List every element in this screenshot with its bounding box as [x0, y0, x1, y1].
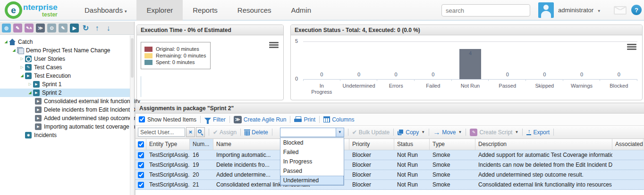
tree-item-incidents[interactable]: Incidents	[0, 131, 134, 139]
tree-item-catch[interactable]: ◢Catch	[0, 38, 134, 46]
status-dropdown-list: BlockedFailedIn ProgressPassedUndetermin…	[280, 138, 344, 186]
search-input[interactable]	[441, 4, 530, 16]
mail-icon[interactable]	[614, 6, 627, 15]
select-user-input[interactable]	[138, 128, 185, 137]
cell-entity-type: TestScriptAssig...	[146, 170, 190, 179]
row-checkbox-cell	[136, 150, 146, 160]
status-combo-input[interactable]	[280, 128, 336, 137]
nav-tab-admin[interactable]: Admin	[281, 0, 322, 21]
dropdown-option-failed[interactable]: Failed	[280, 147, 344, 157]
create-agile-run-button[interactable]: ≫Create Agile Run	[234, 116, 287, 123]
tree-item-label: Added undetermined step outcome re	[44, 115, 139, 122]
column-header-associated[interactable]: Associated	[612, 139, 644, 150]
tree-item-consolidated-external-link-fun[interactable]: Consolidated external link functionality	[0, 97, 134, 106]
row-checkbox[interactable]	[138, 162, 144, 168]
row-checkbox[interactable]	[138, 182, 144, 188]
move-down-icon[interactable]: ↓	[104, 24, 113, 32]
rename-icon[interactable]: ✎A	[25, 24, 34, 32]
cell-num-: 20	[190, 170, 213, 179]
move-button[interactable]: →Move▼	[433, 129, 462, 136]
copy-button[interactable]: Copy▼	[398, 129, 425, 136]
tree-item-test-execution[interactable]: ◢Test Execution	[0, 72, 134, 80]
create-script-button[interactable]: ✎Create Script▼	[470, 129, 518, 136]
tree-item-importing-automatic-test-cover[interactable]: Importing automatic test coverage info	[0, 122, 134, 131]
filter-button[interactable]: Filter	[204, 116, 226, 123]
table-row-1[interactable]: TestScriptAssig...19Delete incidents fro…	[136, 160, 644, 170]
clear-user-button[interactable]: ✕	[186, 127, 195, 137]
x-axis-label: Errors	[377, 83, 415, 89]
tree-item-label: User Stories	[34, 56, 65, 62]
column-header-type[interactable]: Type	[430, 139, 475, 150]
edit-icon[interactable]: ✎	[13, 24, 22, 32]
dropdown-option-passed[interactable]: Passed	[280, 166, 344, 176]
chevron-down-icon: ▾	[125, 9, 127, 14]
bulk-update-button[interactable]: ✔Bulk Update	[352, 129, 390, 136]
cell-status: Not Run	[394, 150, 430, 160]
tree-scrollbar[interactable]	[130, 35, 134, 195]
tree-expanded-icon[interactable]: ◢	[27, 89, 33, 97]
nav-tab-resources[interactable]: Resources	[228, 0, 281, 21]
table-row-3[interactable]: TestScriptAssig...21Consolidated externa…	[136, 180, 644, 190]
chart-menu-icon[interactable]	[627, 44, 636, 51]
row-checkbox[interactable]	[138, 152, 144, 158]
tree-expanded-icon[interactable]: ◢	[11, 46, 17, 55]
tree-collapsed-icon[interactable]: ▷	[19, 63, 25, 72]
snapshot-icon[interactable]: ⊙	[47, 24, 56, 32]
user-avatar[interactable]	[538, 2, 554, 18]
tree-scrollbar-thumb[interactable]	[131, 38, 134, 78]
column-header-entity-type[interactable]: Entity Type	[146, 139, 190, 150]
select-all-checkbox[interactable]	[138, 141, 144, 147]
nav-tab-explorer[interactable]: Explorer	[136, 0, 183, 21]
move-up-icon[interactable]: ↑	[93, 24, 102, 32]
printer-icon	[294, 116, 302, 122]
compose-icon[interactable]: ✎	[59, 24, 68, 32]
table-row-2[interactable]: TestScriptAssig...20Added undetermine...…	[136, 170, 644, 180]
nav-tab-reports[interactable]: Reports	[183, 0, 228, 21]
user-search-button[interactable]	[196, 127, 205, 137]
tree-expanded-icon[interactable]: ◢	[19, 72, 25, 80]
scope-icon[interactable]: ◎	[2, 24, 11, 32]
tree-item-label: Incidents	[34, 132, 57, 138]
column-header-num-[interactable]: Num...	[190, 139, 213, 150]
run-icon[interactable]: ▶	[70, 24, 79, 32]
row-checkbox[interactable]	[138, 172, 144, 178]
fast-forward-icon[interactable]: ≫	[36, 24, 45, 32]
row-checkbox-cell	[136, 170, 146, 179]
tree-collapsed-icon[interactable]: ▷	[27, 80, 33, 89]
check-icon: ✔	[213, 129, 218, 136]
help-icon[interactable]: ?	[631, 5, 642, 15]
nav-tab-dashboards[interactable]: Dashboards▾	[75, 0, 136, 21]
fast-forward-icon: ≫	[234, 116, 242, 123]
tree-item-delete-incidents-from-edit-inc[interactable]: Delete incidents from Edit Incident Dia	[0, 106, 134, 114]
column-header-priority[interactable]: Priority	[349, 139, 394, 150]
tree-item-demo-project-test-name-change[interactable]: ◢Demo Project Test Name Change	[0, 46, 134, 55]
sidebar-toolbar: ◎✎✎A≫⊙✎▶↻↑↓	[0, 22, 134, 35]
refresh-icon[interactable]: ↻	[81, 24, 90, 32]
cell-num-: 21	[190, 180, 213, 189]
tree-item-added-undetermined-step-outcom[interactable]: Added undetermined step outcome re	[0, 114, 134, 122]
tree-item-test-cases[interactable]: ▷Test Cases	[0, 63, 134, 72]
column-header-description[interactable]: Description	[475, 139, 612, 150]
delete-button[interactable]: Delete	[245, 129, 268, 136]
user-menu[interactable]: administrator ▼	[558, 7, 601, 14]
tree-item-sprint-1[interactable]: ▷Sprint 1	[0, 80, 134, 89]
print-button[interactable]: Print	[294, 116, 315, 123]
tree-item-user-stories[interactable]: ▷User Stories	[0, 55, 134, 63]
tree-item-sprint-2[interactable]: ◢Sprint 2	[0, 89, 134, 97]
column-header-status[interactable]: Status	[394, 139, 430, 150]
dropdown-option-blocked[interactable]: Blocked	[280, 138, 344, 147]
dropdown-option-in-progress[interactable]: In Progress	[280, 157, 344, 166]
show-nested-checkbox[interactable]	[139, 116, 145, 122]
tree-expanded-icon[interactable]: ◢	[3, 38, 9, 46]
table-row-0[interactable]: TestScriptAssig...16Importing automatic.…	[136, 150, 644, 160]
explorer-sidebar: ◎✎✎A≫⊙✎▶↻↑↓ ◢Catch◢Demo Project Test Nam…	[0, 22, 135, 195]
export-button[interactable]: ↑Export	[526, 129, 550, 136]
dropdown-option-undetermined[interactable]: Undetermined	[280, 176, 344, 185]
execution-icon	[25, 73, 32, 79]
tree-collapsed-icon[interactable]: ▷	[19, 55, 25, 63]
columns-button[interactable]: Columns	[323, 116, 354, 123]
assign-button[interactable]: ✔Assign	[213, 129, 237, 136]
chart-menu-icon[interactable]	[269, 42, 279, 49]
combo-dropdown-button[interactable]: ▼	[336, 128, 344, 137]
nav-tab-label: Explorer	[146, 6, 173, 14]
